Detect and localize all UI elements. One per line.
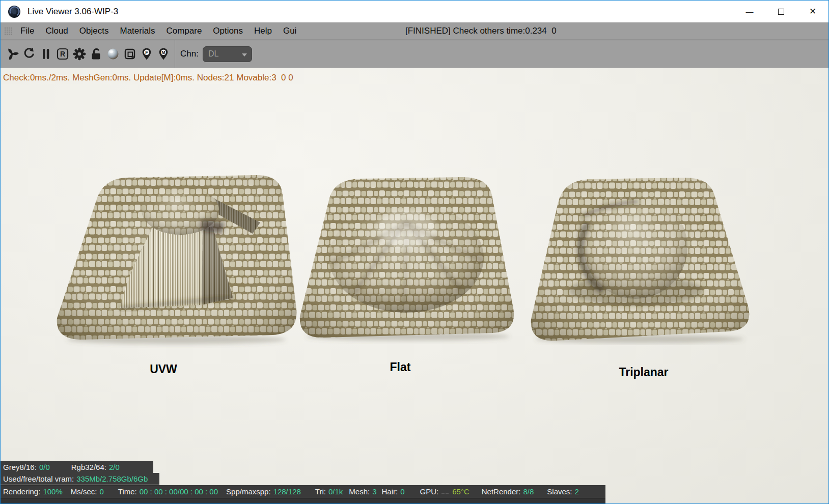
viewport-status-line: Check:0ms./2ms. MeshGen:0ms. Update[M]:0… — [3, 73, 293, 83]
close-icon: ✕ — [809, 6, 816, 17]
pick-material-button[interactable]: M — [155, 44, 172, 64]
stat-slaves: Slaves:2 — [547, 487, 579, 496]
material-sphere-icon — [106, 47, 120, 61]
panel-label-flat: Flat — [390, 360, 411, 374]
render-panel-uvw — [49, 172, 303, 350]
vram-label: Used/free/total vram: — [3, 474, 74, 483]
menu-compare[interactable]: Compare — [160, 26, 207, 36]
channel-value: DL — [208, 49, 218, 59]
render-region-icon — [123, 47, 137, 61]
vram-value: 335Mb/2.758Gb/6Gb — [76, 474, 148, 483]
stat-rendering: Rendering:100% — [3, 487, 63, 496]
lock-button[interactable] — [88, 44, 104, 64]
maximize-icon — [778, 9, 784, 15]
stat-mssec: Ms/sec:0 — [71, 487, 104, 496]
stat-tri: Tri:0/1k — [315, 487, 343, 496]
chevron-down-icon — [242, 53, 247, 57]
render-fan-button[interactable] — [4, 44, 20, 64]
pause-button[interactable] — [37, 44, 54, 64]
panel-label-uvw: UVW — [150, 362, 177, 376]
lock-icon — [89, 47, 103, 61]
pause-icon — [39, 47, 52, 61]
stats-sub-bar — [1, 498, 605, 503]
gpu-meter-icon — [441, 489, 450, 494]
svg-text:M: M — [161, 50, 165, 55]
restart-render-button[interactable]: R — [54, 44, 71, 64]
menu-help[interactable]: Help — [248, 26, 278, 36]
vram-stats-bar: Used/free/total vram: 335Mb/2.758Gb/6Gb — [1, 473, 159, 485]
render-panel-triplanar — [520, 175, 757, 345]
menu-cloud[interactable]: Cloud — [40, 26, 73, 36]
rgb-value: 2/0 — [109, 463, 120, 471]
stat-hair: Hair:0 — [382, 487, 405, 496]
stat-spp: Spp/maxspp:128/128 — [226, 487, 301, 496]
render-finished-status: [FINISHED] Check others time:0.234 0 — [405, 26, 557, 36]
render-stats-bar: Rendering:100% Ms/sec:0 Time:00 : 00 : 0… — [1, 485, 605, 498]
settings-gear-icon — [72, 46, 87, 62]
maximize-button[interactable] — [765, 1, 797, 22]
svg-text:F: F — [145, 50, 148, 55]
close-button[interactable]: ✕ — [797, 1, 828, 22]
drag-grip-icon[interactable] — [4, 27, 12, 35]
window-title: Live Viewer 3.06-WIP-3 — [27, 7, 118, 17]
channel-dropdown[interactable]: DL — [203, 46, 252, 62]
toolbar: R — [1, 40, 828, 68]
refresh-icon — [22, 47, 36, 61]
menu-bar: File Cloud Objects Materials Compare Opt… — [1, 22, 828, 40]
grey-value: 0/0 — [39, 463, 50, 471]
grey-label: Grey8/16: — [3, 463, 37, 471]
pin-material-icon: M — [156, 47, 171, 61]
app-logo-icon — [8, 5, 21, 18]
refresh-button[interactable] — [20, 44, 37, 64]
settings-button[interactable] — [71, 44, 88, 64]
restart-letter-icon: R — [56, 47, 70, 61]
pick-focus-button[interactable]: F — [138, 44, 155, 64]
toolbar-separator — [175, 40, 175, 68]
stat-time: Time:00 : 00 : 00/00 : 00 : 00 — [118, 487, 218, 496]
render-viewport[interactable]: Check:0ms./2ms. MeshGen:0ms. Update[M]:0… — [1, 68, 828, 503]
menu-file[interactable]: File — [15, 26, 40, 36]
stat-mesh: Mesh:3 — [349, 487, 376, 496]
render-region-button[interactable] — [121, 44, 138, 64]
menu-materials[interactable]: Materials — [114, 26, 160, 36]
framebuffer-stats-bar: Grey8/16: 0/0 Rgb32/64: 2/0 — [1, 461, 153, 473]
minimize-icon: — — [746, 7, 754, 16]
pin-focus-icon: F — [140, 47, 154, 61]
rgb-label: Rgb32/64: — [71, 463, 106, 471]
render-panel-flat — [293, 174, 522, 344]
menu-options[interactable]: Options — [207, 26, 248, 36]
stat-netrender: NetRender:8/8 — [482, 487, 534, 496]
svg-text:R: R — [60, 50, 65, 58]
title-bar[interactable]: Live Viewer 3.06-WIP-3 — ✕ — [1, 1, 828, 22]
material-ball-button[interactable] — [104, 44, 121, 64]
panel-label-triplanar: Triplanar — [619, 366, 668, 379]
minimize-button[interactable]: — — [734, 1, 765, 22]
channel-label: Chn: — [180, 49, 199, 59]
live-viewer-window: Live Viewer 3.06-WIP-3 — ✕ File Cloud Ob… — [0, 0, 829, 504]
stat-gpu: GPU: 65°C — [420, 487, 469, 496]
menu-objects[interactable]: Objects — [74, 26, 115, 36]
render-fan-icon — [5, 47, 19, 61]
menu-gui[interactable]: Gui — [278, 26, 302, 36]
